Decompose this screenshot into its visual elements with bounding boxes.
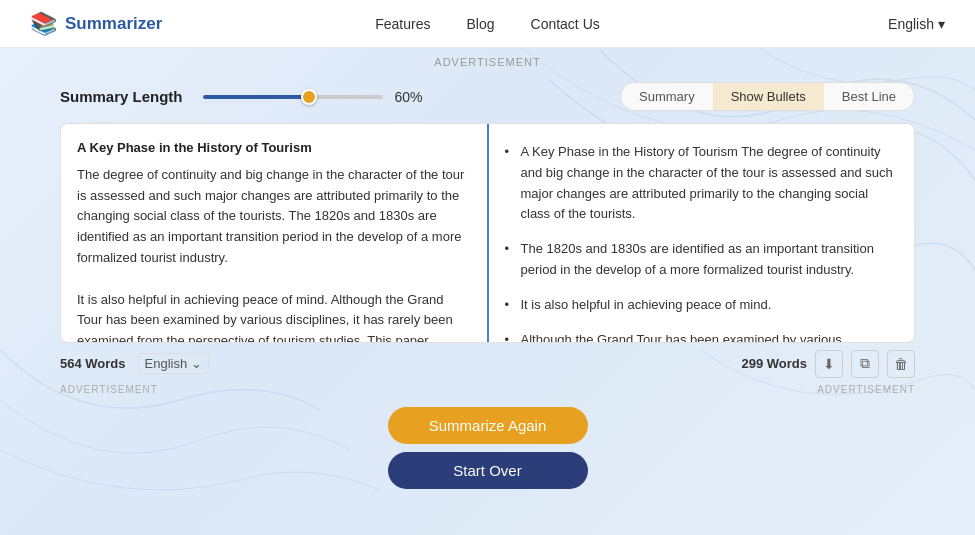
summary-length-label: Summary Length <box>60 88 183 105</box>
start-over-button[interactable]: Start Over <box>388 452 588 489</box>
source-word-count: 564 Words <box>60 356 126 371</box>
bullet-list: A Key Phase in the History of Tourism Th… <box>505 138 899 342</box>
logo-area: 📚 Summarizer <box>30 11 162 37</box>
ad-banner-top: ADVERTISEMENT <box>0 48 975 72</box>
language-selector[interactable]: English ▾ <box>888 16 945 32</box>
source-lang-arrow-icon: ⌄ <box>191 356 202 371</box>
bullet-item: It is also helpful in achieving peace of… <box>505 291 899 320</box>
delete-button[interactable]: 🗑 <box>887 350 915 378</box>
nav-features[interactable]: Features <box>375 16 430 32</box>
right-footer: 299 Words ⬇ ⧉ 🗑 <box>488 350 916 378</box>
copy-icon: ⧉ <box>860 355 870 372</box>
bullet-item: A Key Phase in the History of Tourism Th… <box>505 138 899 229</box>
left-footer: 564 Words English ⌄ <box>60 347 488 380</box>
source-lang-label: English <box>145 356 188 371</box>
summarize-again-button[interactable]: Summarize Again <box>388 407 588 444</box>
nav-links: Features Blog Contact Us <box>375 16 600 32</box>
logo-icon: 📚 <box>30 11 57 37</box>
length-slider[interactable] <box>203 95 383 99</box>
mode-tabs: Summary Show Bullets Best Line <box>620 82 915 111</box>
footer-ads: ADVERTISEMENT ADVERTISEMENT <box>60 380 915 399</box>
nav-blog[interactable]: Blog <box>466 16 494 32</box>
logo-text: Summarizer <box>65 14 162 34</box>
source-title: A Key Phase in the History of Tourism <box>77 138 471 159</box>
tab-summary[interactable]: Summary <box>621 83 713 110</box>
main-content: Summary Length 60% Summary Show Bullets … <box>0 72 975 499</box>
ad-label-right: ADVERTISEMENT <box>817 382 915 397</box>
copy-button[interactable]: ⧉ <box>851 350 879 378</box>
download-icon: ⬇ <box>823 356 835 372</box>
ad-label-left: ADVERTISEMENT <box>60 382 158 397</box>
summary-word-count: 299 Words <box>741 356 807 371</box>
bullet-item: Although the Grand Tour has been examine… <box>505 326 899 342</box>
controls-bar: Summary Length 60% Summary Show Bullets … <box>60 82 915 111</box>
action-buttons: Summarize Again Start Over <box>60 407 915 489</box>
source-language-select[interactable]: English ⌄ <box>138 353 210 374</box>
tab-bullets[interactable]: Show Bullets <box>713 83 824 110</box>
tab-bestline[interactable]: Best Line <box>824 83 914 110</box>
summary-text-panel: A Key Phase in the History of Tourism Th… <box>489 124 915 342</box>
language-label: English <box>888 16 934 32</box>
delete-icon: 🗑 <box>894 356 908 372</box>
download-button[interactable]: ⬇ <box>815 350 843 378</box>
nav-contact[interactable]: Contact Us <box>531 16 600 32</box>
slider-container: 60% <box>203 89 600 105</box>
panel-footer: 564 Words English ⌄ 299 Words ⬇ ⧉ 🗑 <box>60 347 915 380</box>
header: 📚 Summarizer Features Blog Contact Us En… <box>0 0 975 48</box>
slider-percent: 60% <box>395 89 431 105</box>
source-text-panel: A Key Phase in the History of Tourism Th… <box>61 124 489 342</box>
language-arrow-icon: ▾ <box>938 16 945 32</box>
bullet-item: The 1820s and 1830s are identified as an… <box>505 235 899 285</box>
source-text: The degree of continuity and big change … <box>77 165 471 342</box>
text-panels: A Key Phase in the History of Tourism Th… <box>60 123 915 343</box>
